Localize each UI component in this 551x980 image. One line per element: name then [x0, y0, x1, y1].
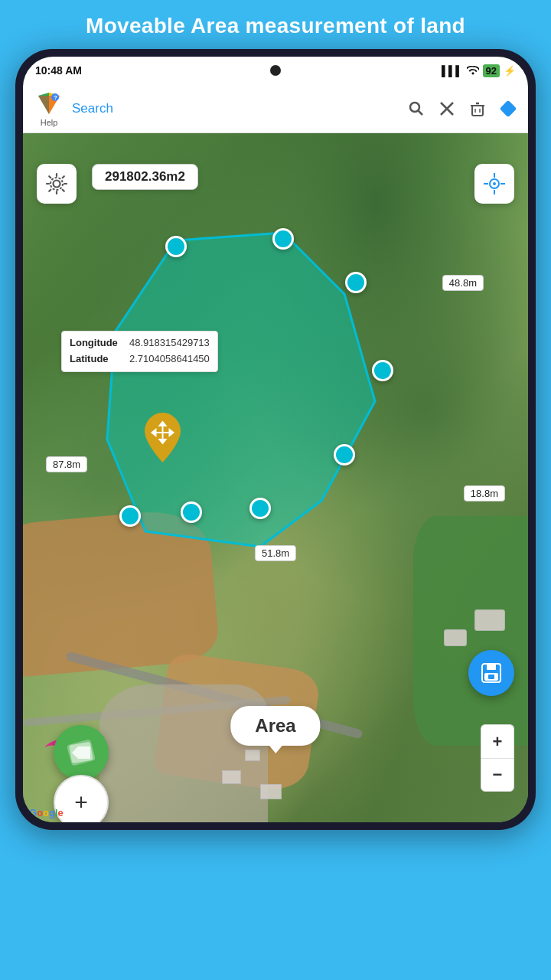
measure-label-48: 48.8m: [442, 275, 484, 291]
town-area: [99, 684, 268, 822]
control-point-5[interactable]: [334, 444, 355, 466]
trash-icon: [468, 100, 487, 118]
save-icon: [479, 661, 504, 685]
svg-text:?: ?: [54, 94, 57, 101]
google-logo: Google: [29, 807, 64, 818]
layers-button[interactable]: [497, 98, 519, 119]
latitude-value: 2.7104058641450: [129, 351, 210, 368]
zoom-out-button[interactable]: −: [481, 758, 514, 792]
add-fab-label: +: [74, 791, 88, 814]
svg-rect-31: [487, 664, 496, 670]
building1: [474, 609, 505, 631]
svg-point-17: [493, 182, 496, 185]
latitude-label: Latitude: [70, 351, 123, 368]
zoom-controls: + −: [481, 724, 514, 792]
status-icons: ▌▌▌ 92 ⚡: [442, 64, 516, 77]
svg-rect-7: [472, 106, 483, 116]
area-label-text: Area: [255, 715, 295, 736]
control-point-1[interactable]: [165, 236, 187, 257]
help-button[interactable]: ? Help: [32, 90, 66, 127]
status-time: 10:48 AM: [35, 64, 82, 77]
svg-point-14: [54, 181, 60, 188]
control-point-4[interactable]: [372, 360, 393, 381]
measure-label-18: 18.8m: [464, 485, 505, 501]
status-bar: 10:48 AM ▌▌▌ 92 ⚡: [23, 57, 528, 84]
map-area[interactable]: 291802.36m2 Longitude 48.918315429713 La…: [23, 133, 528, 822]
svg-line-4: [419, 110, 423, 115]
field-green-right: [413, 516, 528, 746]
toolbar: ? Help Search: [23, 84, 528, 133]
help-label: Help: [41, 118, 58, 127]
control-point-6[interactable]: [249, 498, 271, 519]
control-point-3[interactable]: [345, 272, 367, 293]
control-point-7[interactable]: [181, 501, 202, 523]
camera-notch: [270, 65, 281, 76]
help-map-icon: ?: [35, 90, 63, 117]
area-measurement-value: 291802.36m2: [105, 169, 185, 184]
building3: [222, 770, 241, 784]
gear-icon: [45, 172, 68, 195]
measure-label-51: 51.8m: [255, 545, 296, 561]
save-fab-button[interactable]: [468, 650, 514, 696]
control-point-2[interactable]: [272, 228, 294, 250]
bolt-icon: ⚡: [504, 65, 516, 77]
svg-marker-13: [107, 233, 375, 547]
settings-button[interactable]: [37, 164, 77, 204]
phone-frame: 10:48 AM ▌▌▌ 92 ⚡: [15, 49, 536, 830]
signal-icon: ▌▌▌: [442, 65, 463, 77]
delete-button[interactable]: [467, 98, 488, 119]
gps-button[interactable]: [474, 164, 514, 204]
banner: Moveable Area measurement of land: [0, 0, 551, 49]
toolbar-icons: [406, 98, 519, 119]
gps-icon: [484, 173, 505, 194]
longitude-label: Longitude: [70, 335, 123, 351]
area-fab-button[interactable]: [54, 725, 109, 780]
layers-icon: [498, 99, 518, 119]
area-label-bubble: Area: [230, 706, 320, 746]
search-button[interactable]: [406, 98, 427, 119]
area-fab-icon: [64, 736, 98, 769]
building5: [260, 784, 282, 799]
measure-label-87: 87.8m: [46, 456, 87, 472]
search-icon: [407, 100, 425, 118]
phone-screen: 10:48 AM ▌▌▌ 92 ⚡: [23, 57, 528, 822]
svg-point-3: [410, 103, 419, 112]
svg-rect-12: [500, 100, 517, 117]
search-bar[interactable]: Search: [72, 101, 399, 116]
control-point-8[interactable]: [119, 505, 141, 527]
wifi-icon: [467, 64, 479, 77]
move-icon[interactable]: [142, 413, 184, 462]
search-text: Search: [72, 101, 113, 116]
building4: [245, 750, 260, 761]
zoom-in-button[interactable]: +: [481, 724, 514, 758]
area-measurement-box: 291802.36m2: [92, 164, 198, 190]
longitude-value: 48.918315429713: [129, 335, 210, 351]
banner-title: Moveable Area measurement of land: [86, 14, 465, 38]
coordinate-popup: Longitude 48.918315429713 Latitude 2.710…: [61, 331, 218, 372]
battery-icon: 92: [483, 64, 500, 77]
close-icon: [438, 100, 456, 118]
svg-rect-33: [488, 675, 494, 679]
close-button[interactable]: [436, 98, 458, 119]
building2: [444, 629, 467, 646]
